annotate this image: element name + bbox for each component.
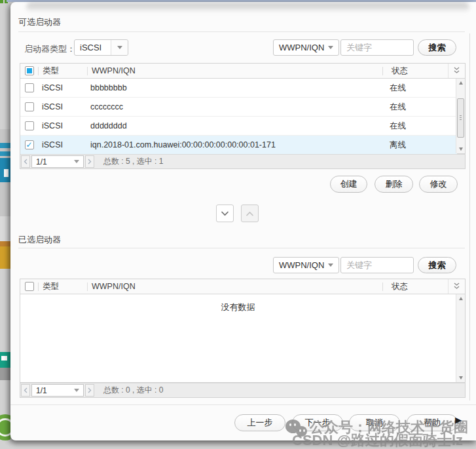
- available-search-button[interactable]: 搜索: [418, 39, 456, 56]
- initiator-dialog: 可选启动器 启动器类型： iSCSI WWPN/IQN 搜索 类型 WWPN/I…: [10, 2, 476, 440]
- play-triangle-icon: ▶: [455, 415, 462, 425]
- table-row[interactable]: iSCSI cccccccc 在线: [20, 98, 457, 117]
- bg-gold-block: [0, 246, 10, 269]
- help-button[interactable]: 帮助: [407, 414, 458, 431]
- initiator-type-select[interactable]: iSCSI: [74, 39, 128, 56]
- next-step-button[interactable]: 下一步: [292, 414, 343, 431]
- previous-step-button[interactable]: 上一步: [234, 414, 285, 431]
- available-filter-select[interactable]: WWPN/IQN: [273, 39, 339, 56]
- available-pagination: 1/1 总数 : 5 , 选中 : 1: [20, 154, 466, 169]
- status-value: 在线: [381, 83, 406, 94]
- app-root: 可选启动器 启动器类型： iSCSI WWPN/IQN 搜索 类型 WWPN/I…: [0, 0, 476, 449]
- selected-table: 类型 WWPN/IQN 状态 没有数据: [20, 279, 466, 383]
- move-down-button[interactable]: [216, 205, 234, 222]
- dialog-top-shadow: [26, 3, 469, 12]
- available-section-title: 可选启动器: [18, 16, 61, 28]
- initiator-type-label: 启动器类型：: [24, 43, 75, 55]
- section-divider: [18, 31, 465, 32]
- selected-table-scrollbar[interactable]: [456, 294, 465, 382]
- prev-page-icon[interactable]: [21, 384, 30, 397]
- bg-light-band: [0, 216, 10, 241]
- initiator-type-value: iSCSI: [75, 43, 101, 52]
- bg-logo-circle: [0, 414, 10, 440]
- prev-page-icon[interactable]: [21, 155, 30, 168]
- modify-button[interactable]: 修改: [419, 176, 458, 193]
- background-page-strip: [0, 0, 10, 449]
- selection-summary: 总数 : 0 , 选中 : 0: [103, 385, 163, 396]
- bg-orange-bar: [0, 241, 10, 246]
- column-header-type[interactable]: 类型: [39, 64, 87, 78]
- section-divider: [18, 248, 465, 248]
- chevron-down-icon: [74, 160, 79, 163]
- table-row[interactable]: iSCSI dddddddd 在线: [20, 117, 457, 136]
- column-settings-icon[interactable]: [448, 279, 465, 294]
- bg-blue-block: [0, 158, 10, 182]
- scrollbar-thumb[interactable]: [457, 98, 464, 138]
- available-filter-value: WWPN/IQN: [274, 43, 324, 52]
- scroll-down-icon[interactable]: [456, 145, 465, 153]
- bg-dark-band: [0, 368, 10, 380]
- row-checkbox[interactable]: [25, 102, 34, 111]
- column-header-wwpn[interactable]: WWPN/IQN: [88, 64, 382, 78]
- row-checkbox[interactable]: [25, 121, 34, 130]
- selection-summary: 总数 : 5 , 选中 : 1: [103, 156, 163, 167]
- selected-section-title: 已选启动器: [18, 234, 61, 246]
- column-header-status[interactable]: 状态: [383, 279, 408, 294]
- chevron-down-icon: [328, 264, 333, 267]
- next-page-icon[interactable]: [85, 155, 94, 168]
- selected-keyword-input[interactable]: [340, 257, 414, 273]
- table-row-selected[interactable]: iSCSI iqn.2018-01.com.huawei:00:00:00:00…: [20, 136, 457, 155]
- column-header-type[interactable]: 类型: [39, 279, 87, 294]
- select-all-checkbox[interactable]: [25, 66, 34, 75]
- next-page-icon[interactable]: [85, 384, 94, 397]
- bg-green-dash: [0, 0, 3, 3]
- available-table: 类型 WWPN/IQN 状态 iSCSI bbbbbbbb 在线 iSCSI c…: [20, 63, 466, 154]
- chevron-down-icon[interactable]: [111, 40, 128, 55]
- delete-button[interactable]: 删除: [375, 176, 413, 193]
- scroll-up-icon[interactable]: [456, 79, 465, 87]
- column-settings-icon[interactable]: [448, 64, 465, 78]
- available-table-scrollbar[interactable]: [456, 79, 465, 153]
- page-select[interactable]: 1/1: [31, 384, 84, 397]
- column-header-status[interactable]: 状态: [383, 64, 408, 78]
- selected-pagination: 1/1 总数 : 0 , 选中 : 0: [20, 383, 466, 398]
- selected-filter-value: WWPN/IQN: [274, 260, 324, 270]
- table-row[interactable]: iSCSI bbbbbbbb 在线: [20, 79, 457, 98]
- selected-filter-select[interactable]: WWPN/IQN: [273, 257, 339, 273]
- row-checkbox[interactable]: [25, 83, 34, 92]
- bg-blue-stripe: [0, 143, 10, 148]
- empty-state-text: 没有数据: [20, 294, 456, 313]
- cancel-button[interactable]: 取消: [349, 414, 400, 431]
- status-value: 离线: [381, 140, 406, 151]
- select-all-checkbox[interactable]: [25, 282, 34, 291]
- move-up-button[interactable]: [241, 205, 259, 222]
- available-keyword-input[interactable]: [340, 39, 414, 56]
- bg-teal-block: [0, 352, 10, 368]
- chevron-down-icon: [74, 389, 79, 392]
- available-table-header: 类型 WWPN/IQN 状态: [20, 64, 465, 79]
- page-select[interactable]: 1/1: [31, 155, 84, 168]
- scroll-down-icon[interactable]: [456, 374, 465, 382]
- footer-divider: [10, 404, 476, 405]
- status-value: 在线: [381, 102, 406, 113]
- dialog-right-divider: [469, 33, 470, 400]
- selected-table-header: 类型 WWPN/IQN 状态: [20, 279, 465, 294]
- scroll-up-icon[interactable]: [456, 294, 465, 303]
- chevron-down-icon: [328, 46, 333, 49]
- column-header-wwpn[interactable]: WWPN/IQN: [88, 279, 382, 294]
- bg-blue-stripe: [0, 151, 10, 156]
- status-value: 在线: [381, 121, 406, 132]
- row-checkbox-checked[interactable]: [25, 140, 34, 149]
- selected-search-button[interactable]: 搜索: [418, 257, 456, 273]
- create-button[interactable]: 创建: [330, 176, 367, 193]
